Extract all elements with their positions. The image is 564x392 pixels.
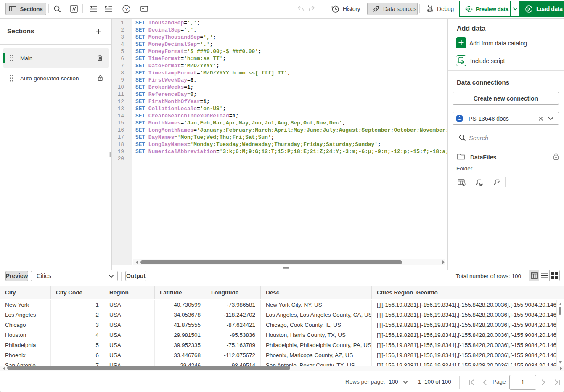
svg-text:?: ? [125,6,128,11]
